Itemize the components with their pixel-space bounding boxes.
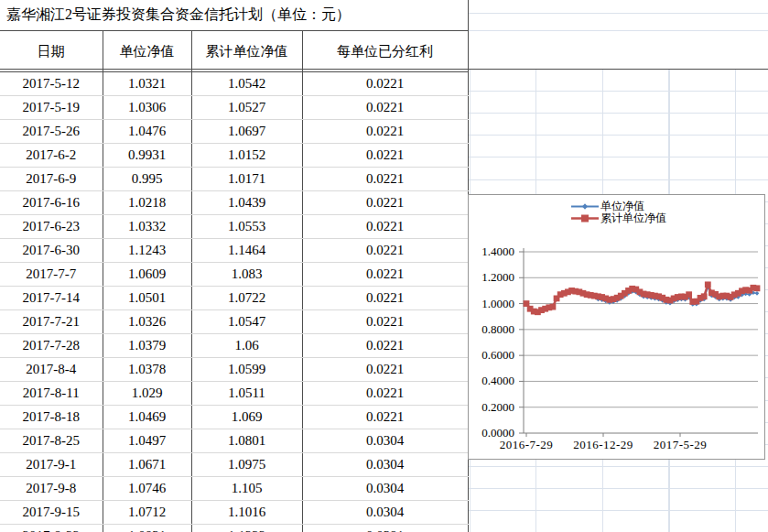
table-cell[interactable]: 0.0221 [302, 144, 468, 168]
table-cell[interactable]: 2017-9-22 [0, 525, 103, 532]
table-cell[interactable]: 2017-7-14 [0, 287, 103, 310]
table-cell[interactable]: 0.0221 [302, 191, 468, 215]
table-cell[interactable]: 2017-5-19 [0, 96, 103, 120]
table-cell[interactable]: 1.0599 [191, 358, 302, 382]
table-row: 2017-9-11.06711.09750.0304 [0, 453, 468, 477]
table-cell[interactable]: 2017-9-15 [0, 501, 103, 525]
table-cell[interactable]: 1.0547 [191, 310, 302, 334]
table-row: 2017-6-20.99311.01520.0221 [0, 144, 468, 168]
table-cell[interactable]: 1.0501 [103, 287, 191, 310]
col-header-cumulative-nav[interactable]: 累计单位净值 [191, 31, 302, 72]
x-tick-label: 2016-7-29 [500, 438, 554, 451]
table-cell[interactable]: 0.0221 [302, 72, 468, 96]
table-cell[interactable]: 1.0171 [191, 168, 302, 191]
table-cell[interactable]: 1.1016 [191, 501, 302, 525]
table-cell[interactable]: 1.083 [191, 263, 302, 287]
table-row: 2017-9-151.07121.10160.0304 [0, 501, 468, 525]
table-cell[interactable]: 1.0553 [191, 215, 302, 239]
table-cell[interactable]: 2017-7-21 [0, 310, 103, 334]
table-cell[interactable]: 1.0712 [103, 501, 191, 525]
table-cell[interactable]: 2017-9-8 [0, 477, 103, 501]
table-cell[interactable]: 1.0527 [191, 96, 302, 120]
grid-line [467, 13, 768, 14]
table-cell[interactable]: 1.0975 [191, 453, 302, 477]
table-cell[interactable]: 1.0542 [191, 72, 302, 96]
table-cell[interactable]: 2017-7-28 [0, 334, 103, 358]
table-cell[interactable]: 0.0221 [302, 96, 468, 120]
table-cell[interactable]: 0.995 [103, 168, 191, 191]
table-cell[interactable]: 0.0391 [302, 525, 468, 532]
y-tick-label: 1.0000 [481, 297, 514, 310]
table-cell[interactable]: 1.105 [191, 477, 302, 501]
table-cell[interactable]: 1.0609 [103, 263, 191, 287]
table-cell[interactable]: 1.0332 [103, 215, 191, 239]
table-cell[interactable]: 1.1222 [191, 525, 302, 532]
table-cell[interactable]: 1.029 [103, 382, 191, 406]
table-cell[interactable]: 2017-6-16 [0, 191, 103, 215]
table-cell[interactable]: 1.0671 [103, 453, 191, 477]
table-cell[interactable]: 2017-8-11 [0, 382, 103, 406]
table-cell[interactable]: 2017-5-26 [0, 120, 103, 144]
table-cell[interactable]: 2017-8-18 [0, 406, 103, 429]
table-row: 2017-8-251.04971.08010.0304 [0, 429, 468, 453]
table-cell[interactable]: 1.1243 [103, 239, 191, 263]
table-cell[interactable]: 0.0221 [302, 358, 468, 382]
table-cell[interactable]: 1.0218 [103, 191, 191, 215]
table-cell[interactable]: 0.0304 [302, 477, 468, 501]
table-cell[interactable]: 2017-8-25 [0, 429, 103, 453]
table-cell[interactable]: 0.0304 [302, 501, 468, 525]
table-cell[interactable]: 2017-5-12 [0, 72, 103, 96]
table-cell[interactable]: 1.0831 [103, 525, 191, 532]
table-cell[interactable]: 1.0801 [191, 429, 302, 453]
table-cell[interactable]: 1.0321 [103, 72, 191, 96]
table-cell[interactable]: 0.0221 [302, 239, 468, 263]
table-cell[interactable]: 0.0221 [302, 120, 468, 144]
table-cell[interactable]: 1.0379 [103, 334, 191, 358]
table-cell[interactable]: 1.0378 [103, 358, 191, 382]
table-cell[interactable]: 1.0439 [191, 191, 302, 215]
table-cell[interactable]: 0.9931 [103, 144, 191, 168]
table-cell[interactable]: 0.0304 [302, 429, 468, 453]
table-row: 2017-7-211.03261.05470.0221 [0, 310, 468, 334]
table-cell[interactable]: 0.0221 [302, 406, 468, 429]
col-header-dividend-per-unit[interactable]: 每单位已分红利 [302, 31, 468, 72]
table-cell[interactable]: 0.0304 [302, 453, 468, 477]
table-cell[interactable]: 1.0722 [191, 287, 302, 310]
header-rule [0, 69, 768, 70]
col-header-unit-nav[interactable]: 单位净值 [103, 31, 191, 72]
table-cell[interactable]: 0.0221 [302, 287, 468, 310]
table-cell[interactable]: 1.06 [191, 334, 302, 358]
legend-label: 累计单位净值 [600, 212, 666, 224]
table-cell[interactable]: 0.0221 [302, 334, 468, 358]
table-cell[interactable]: 0.0221 [302, 263, 468, 287]
x-tick-label: 2016-12-29 [573, 438, 633, 451]
chart-plot-area: 0.00000.20000.40000.60000.80001.00001.20… [469, 195, 764, 459]
table-cell[interactable]: 2017-6-9 [0, 168, 103, 191]
table-cell[interactable]: 2017-7-7 [0, 263, 103, 287]
table-cell[interactable]: 1.0746 [103, 477, 191, 501]
table-cell[interactable]: 0.0221 [302, 310, 468, 334]
table-cell[interactable]: 2017-6-23 [0, 215, 103, 239]
table-cell[interactable]: 1.0152 [191, 144, 302, 168]
table-cell[interactable]: 2017-9-1 [0, 453, 103, 477]
table-cell[interactable]: 1.0511 [191, 382, 302, 406]
table-cell[interactable]: 0.0221 [302, 382, 468, 406]
table-cell[interactable]: 1.0469 [103, 406, 191, 429]
table-cell[interactable]: 2017-8-4 [0, 358, 103, 382]
table-row: 2017-9-221.08311.12220.0391 [0, 525, 468, 532]
table-cell[interactable]: 1.0326 [103, 310, 191, 334]
table-cell[interactable]: 0.0221 [302, 168, 468, 191]
table-row: 2017-5-261.04761.06970.0221 [0, 120, 468, 144]
table-cell[interactable]: 0.0221 [302, 215, 468, 239]
table-cell[interactable]: 1.069 [191, 406, 302, 429]
table-cell[interactable]: 1.0476 [103, 120, 191, 144]
fund-nav-chart[interactable]: 单位净值累计单位净值 0.00000.20000.40000.60000.800… [468, 194, 765, 460]
table-cell[interactable]: 1.0306 [103, 96, 191, 120]
table-cell[interactable]: 1.0697 [191, 120, 302, 144]
table-cell[interactable]: 1.0497 [103, 429, 191, 453]
table-cell[interactable]: 2017-6-30 [0, 239, 103, 263]
table-cell[interactable]: 1.1464 [191, 239, 302, 263]
col-header-date[interactable]: 日期 [0, 31, 103, 72]
table-cell[interactable]: 2017-6-2 [0, 144, 103, 168]
table-title-cell[interactable]: 嘉华湘江2号证券投资集合资金信托计划（单位：元） [0, 0, 468, 31]
